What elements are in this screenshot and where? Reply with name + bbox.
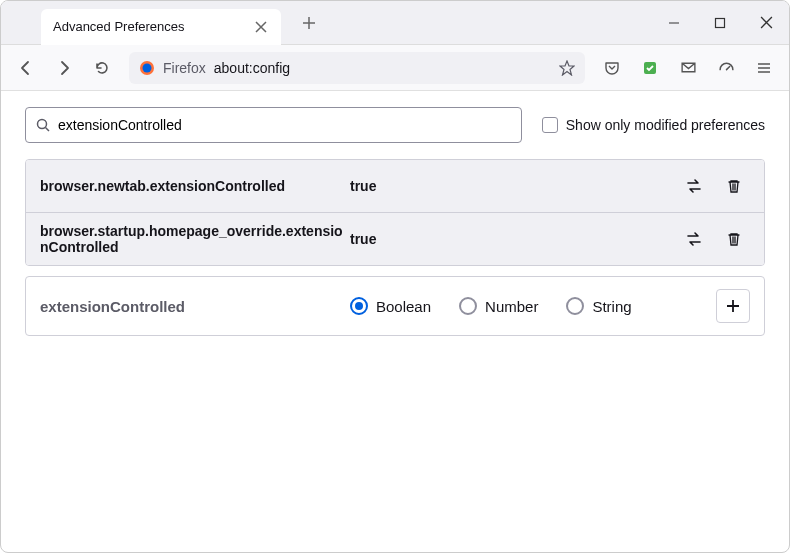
- titlebar: Advanced Preferences: [1, 1, 789, 45]
- pref-actions: [678, 170, 750, 202]
- pref-value: true: [350, 231, 678, 247]
- radio-label: String: [592, 298, 631, 315]
- mail-icon[interactable]: [671, 51, 705, 85]
- pref-actions: [678, 223, 750, 255]
- add-pref-button[interactable]: [716, 289, 750, 323]
- new-pref-row: extensionControlled Boolean Number Strin…: [25, 276, 765, 336]
- radio-icon: [566, 297, 584, 315]
- tab-title: Advanced Preferences: [53, 19, 185, 34]
- forward-button[interactable]: [47, 51, 81, 85]
- checkbox-text: Show only modified preferences: [566, 117, 765, 133]
- toggle-button[interactable]: [678, 223, 710, 255]
- search-icon: [36, 118, 50, 132]
- about-config-content: Show only modified preferences browser.n…: [1, 91, 789, 352]
- search-row: Show only modified preferences: [25, 107, 765, 143]
- close-tab-icon[interactable]: [253, 19, 269, 35]
- dashboard-icon[interactable]: [709, 51, 743, 85]
- pref-row: browser.newtab.extensionControlled true: [26, 160, 764, 213]
- pref-name: browser.newtab.extensionControlled: [40, 178, 350, 194]
- menu-icon[interactable]: [747, 51, 781, 85]
- radio-string[interactable]: String: [566, 297, 631, 315]
- svg-rect-0: [716, 18, 725, 27]
- bookmark-star-icon[interactable]: [559, 60, 575, 76]
- search-box[interactable]: [25, 107, 522, 143]
- maximize-button[interactable]: [697, 7, 743, 39]
- firefox-logo-icon: [139, 60, 155, 76]
- radio-boolean[interactable]: Boolean: [350, 297, 431, 315]
- radio-icon: [350, 297, 368, 315]
- radio-label: Number: [485, 298, 538, 315]
- url-text: about:config: [214, 60, 551, 76]
- extension-icon[interactable]: [633, 51, 667, 85]
- pocket-icon[interactable]: [595, 51, 629, 85]
- delete-button[interactable]: [718, 223, 750, 255]
- minimize-button[interactable]: [651, 7, 697, 39]
- url-bar[interactable]: Firefox about:config: [129, 52, 585, 84]
- radio-number[interactable]: Number: [459, 297, 538, 315]
- type-radio-group: Boolean Number String: [350, 297, 716, 315]
- new-pref-name: extensionControlled: [40, 298, 350, 315]
- navigation-toolbar: Firefox about:config: [1, 45, 789, 91]
- window-controls: [651, 7, 789, 39]
- back-button[interactable]: [9, 51, 43, 85]
- search-input[interactable]: [58, 117, 511, 133]
- radio-icon: [459, 297, 477, 315]
- checkbox-icon: [542, 117, 558, 133]
- url-identity: Firefox: [163, 60, 206, 76]
- radio-label: Boolean: [376, 298, 431, 315]
- reload-button[interactable]: [85, 51, 119, 85]
- toggle-button[interactable]: [678, 170, 710, 202]
- pref-row: browser.startup.homepage_override.extens…: [26, 213, 764, 265]
- browser-tab[interactable]: Advanced Preferences: [41, 9, 281, 45]
- preferences-table: browser.newtab.extensionControlled true …: [25, 159, 765, 266]
- delete-button[interactable]: [718, 170, 750, 202]
- pref-value: true: [350, 178, 678, 194]
- close-window-button[interactable]: [743, 7, 789, 39]
- show-modified-checkbox[interactable]: Show only modified preferences: [542, 117, 765, 133]
- pref-name: browser.startup.homepage_override.extens…: [40, 223, 350, 255]
- new-tab-button[interactable]: [293, 7, 325, 39]
- svg-point-4: [38, 120, 47, 129]
- svg-point-2: [143, 63, 152, 72]
